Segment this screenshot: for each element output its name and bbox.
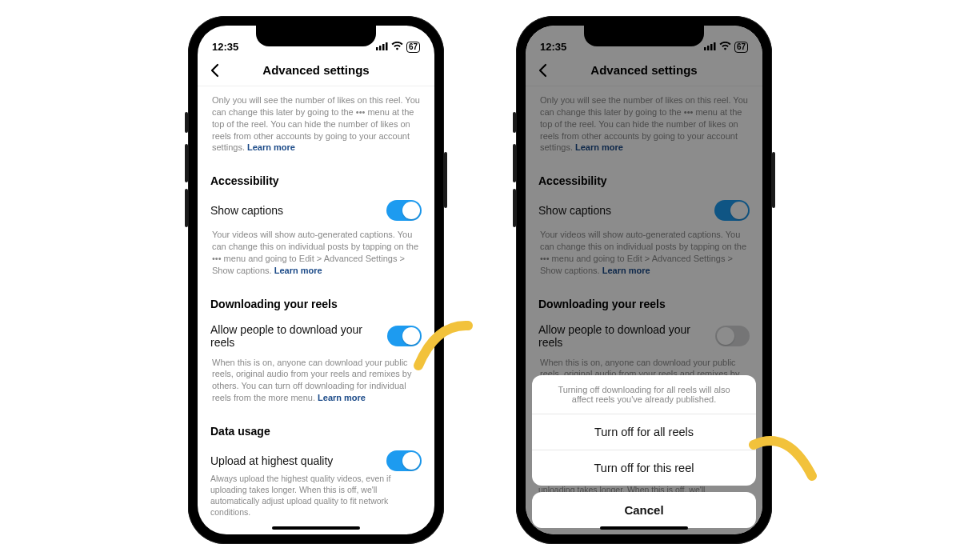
- learn-more-link[interactable]: Learn more: [318, 393, 366, 402]
- page-title: Advanced settings: [262, 63, 369, 77]
- upload-quality-desc: Always upload the highest quality videos…: [210, 471, 422, 518]
- row-allow-download: Allow people to download your reels: [210, 312, 422, 352]
- phone-right: 12:35 67 Advanced settings: [516, 16, 772, 544]
- signal-icon: [376, 41, 388, 53]
- back-button[interactable]: [206, 61, 225, 80]
- notch: [584, 26, 704, 46]
- download-desc: When this is on, anyone can download you…: [210, 352, 422, 414]
- section-downloading: Downloading your reels: [210, 286, 422, 312]
- notch: [256, 26, 376, 46]
- home-indicator[interactable]: [272, 526, 360, 530]
- status-time: 12:35: [212, 41, 238, 53]
- action-sheet-message: Turning off downloading for all reels wi…: [532, 375, 756, 414]
- svg-rect-2: [382, 44, 385, 50]
- nav-bar: Advanced settings: [198, 54, 434, 86]
- likes-info-text: Only you will see the number of likes on…: [210, 86, 422, 163]
- allow-download-label: Allow people to download your reels: [210, 323, 387, 349]
- toggle-upload-quality[interactable]: [386, 450, 422, 471]
- toggle-allow-download[interactable]: [387, 326, 422, 346]
- action-sheet: Turning off downloading for all reels wi…: [526, 375, 762, 534]
- toggle-show-captions[interactable]: [386, 200, 422, 221]
- action-turn-off-all[interactable]: Turn off for all reels: [532, 414, 756, 450]
- phone-left: 12:35 67 Advanced settings: [188, 16, 444, 544]
- battery-icon: 67: [406, 42, 420, 53]
- captions-desc: Your videos will show auto-generated cap…: [210, 224, 422, 286]
- svg-rect-0: [376, 47, 378, 50]
- learn-more-link[interactable]: Learn more: [247, 142, 295, 152]
- row-show-captions: Show captions: [210, 189, 422, 224]
- row-upload-quality: Upload at highest quality: [210, 439, 422, 471]
- wifi-icon: [391, 41, 403, 53]
- section-accessibility: Accessibility: [210, 163, 422, 189]
- upload-quality-label: Upload at highest quality: [210, 454, 333, 467]
- svg-rect-1: [379, 46, 382, 50]
- section-data-usage: Data usage: [210, 414, 422, 439]
- home-indicator[interactable]: [600, 526, 688, 530]
- action-cancel[interactable]: Cancel: [532, 492, 756, 528]
- action-turn-off-this[interactable]: Turn off for this reel: [532, 450, 756, 486]
- show-captions-label: Show captions: [210, 204, 283, 217]
- svg-rect-3: [386, 42, 388, 50]
- learn-more-link[interactable]: Learn more: [274, 266, 322, 275]
